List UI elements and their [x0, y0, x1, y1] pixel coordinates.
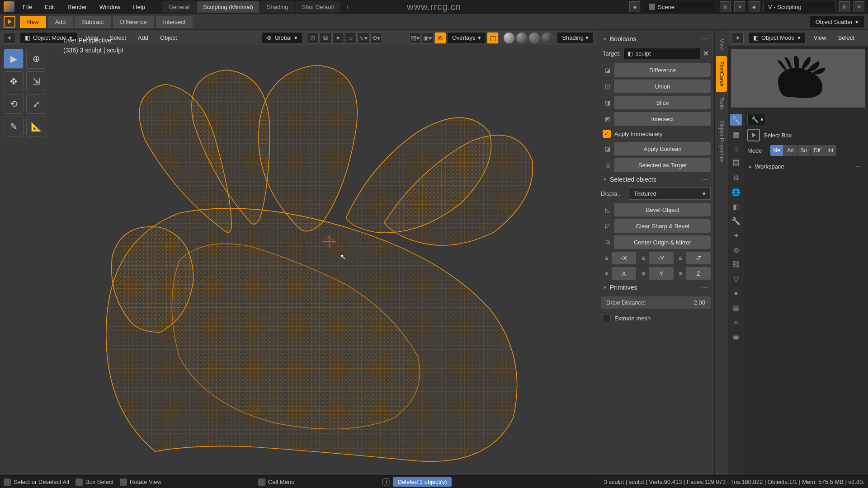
difference-button[interactable]: ◪Difference: [601, 63, 711, 77]
workspace-tab-general[interactable]: General: [162, 1, 196, 13]
center-origin-mirror-button[interactable]: ⧉Center Origin & Mirror: [601, 235, 711, 249]
material-props-icon[interactable]: ●: [730, 287, 742, 299]
selected-as-target-button[interactable]: ◎Selected as Target: [601, 158, 711, 172]
right-menu-view[interactable]: View: [810, 33, 830, 43]
mode-subtract[interactable]: Su: [797, 145, 811, 156]
panel-menu-icon[interactable]: ⋯: [854, 163, 863, 170]
selected-objects-header[interactable]: Selected objects ⋯: [601, 173, 711, 186]
tab-fastcarve[interactable]: FastCarve: [716, 56, 727, 92]
scene-props-icon[interactable]: ⚙: [730, 172, 742, 183]
menu-render[interactable]: Render: [63, 2, 91, 12]
toolbar-intersect-button[interactable]: Intersect: [156, 16, 193, 28]
workspace-add-button[interactable]: +: [341, 1, 354, 13]
world-props-icon[interactable]: 🌐: [730, 186, 742, 198]
properties-editor-dropdown[interactable]: 🔧 ▾: [747, 114, 765, 125]
viewlayer-new-icon[interactable]: ⎘: [839, 1, 850, 12]
physics-props-icon[interactable]: ⊚: [730, 244, 742, 256]
modifier-props-icon[interactable]: 🔧: [730, 215, 742, 227]
object-scatter-dropdown[interactable]: Object Scatter ▾: [810, 16, 864, 28]
preview-viewport[interactable]: [731, 49, 865, 108]
scene-browse-icon[interactable]: ◈: [629, 1, 640, 12]
3d-viewport[interactable]: ✦ ◧ Object Mode ▾ View Select Add Object…: [0, 30, 597, 475]
rotate-tool-icon[interactable]: ⟲: [4, 94, 24, 114]
editor-type-icon[interactable]: ✦: [732, 32, 744, 44]
target-object-field[interactable]: ◧ sculpt: [623, 48, 700, 59]
clear-sharp-bevel-button[interactable]: ◸Clear Sharp & Bevel: [601, 219, 711, 233]
move-tool-icon[interactable]: ✥: [4, 71, 24, 91]
viewlayer-browse-icon[interactable]: ◈: [749, 1, 760, 12]
play-icon-button[interactable]: [4, 16, 15, 28]
viewport-menu-add[interactable]: Add: [134, 33, 152, 43]
texture-props-icon[interactable]: ▦: [730, 302, 742, 314]
toolbar-difference-button[interactable]: Difference: [113, 16, 154, 28]
menu-file[interactable]: File: [18, 2, 37, 12]
mirror-z-button[interactable]: ⊞Z: [675, 267, 711, 280]
workspace-tab-shading[interactable]: Shading: [260, 1, 295, 13]
particle-props-icon[interactable]: ✦: [730, 230, 742, 241]
booleans-panel-header[interactable]: Booleans ⋯: [601, 33, 711, 45]
pivot-icon[interactable]: ⊙: [307, 32, 319, 44]
draw-distance-field[interactable]: Draw Distance: 2.00: [601, 296, 711, 309]
proportional-dropdown-icon[interactable]: ∿▾: [358, 32, 369, 44]
toolbar-subtract-button[interactable]: Subtract: [75, 16, 111, 28]
bevel-object-button[interactable]: ◺Bevel Object: [601, 203, 711, 216]
mesh-props-icon[interactable]: ▽: [730, 273, 742, 285]
viewlayer-props-icon[interactable]: 🖼: [730, 157, 742, 169]
toolbar-add-button[interactable]: Add: [48, 16, 73, 28]
data-props-icon[interactable]: ⟐: [730, 316, 742, 328]
panel-menu-icon[interactable]: ⋯: [700, 284, 709, 291]
mirror-x-button[interactable]: ⊞X: [601, 267, 636, 280]
viewlayer-delete-icon[interactable]: ✕: [854, 1, 864, 12]
intersect-op-button[interactable]: ◩Intersect: [601, 112, 711, 126]
mirror-y-button[interactable]: ⊞Y: [638, 267, 673, 280]
mode-new[interactable]: Ne: [770, 145, 783, 156]
tab-view[interactable]: View: [716, 33, 727, 56]
proportional-icon[interactable]: ○: [345, 32, 357, 44]
snap-dropdown-icon[interactable]: ▾: [332, 32, 344, 44]
mirror-neg-z-button[interactable]: ⊞-Z: [675, 252, 711, 264]
workspace-tab-sculpting[interactable]: Sculpting (Minimal): [197, 1, 259, 13]
mirror-neg-y-button[interactable]: ⊞-Y: [638, 252, 673, 264]
solid-shading-icon[interactable]: [516, 32, 528, 44]
menu-edit[interactable]: Edit: [40, 2, 59, 12]
viewport-menu-object[interactable]: Object: [156, 33, 181, 43]
tool-props-icon[interactable]: 🔧: [730, 114, 742, 126]
menu-window[interactable]: Window: [95, 2, 125, 12]
right-mode-dropdown[interactable]: ◧ Object Mode ▾: [748, 32, 806, 43]
select-box-tool-icon[interactable]: [747, 129, 760, 141]
mode-intersect[interactable]: Int: [824, 145, 836, 156]
menu-help[interactable]: Help: [128, 2, 150, 12]
union-button[interactable]: ◫Union: [601, 80, 711, 93]
select-box-tool-icon[interactable]: ▶: [4, 49, 24, 69]
viewlayer-selector[interactable]: V - Sculpting: [763, 2, 835, 12]
transform-tool-icon[interactable]: ⇲: [26, 71, 46, 91]
apply-immediately-checkbox[interactable]: ✓ Apply Immediately: [601, 127, 711, 141]
workspace-tab-shot-default[interactable]: Shot Default: [296, 1, 341, 13]
render-props-icon[interactable]: ▦: [730, 128, 742, 140]
annotate-tool-icon[interactable]: ✎: [4, 117, 24, 136]
clear-target-icon[interactable]: ✕: [703, 49, 709, 58]
wireframe-shading-icon[interactable]: [503, 32, 515, 44]
scene-selector[interactable]: Scene: [644, 2, 716, 12]
workspace-panel-header[interactable]: Workspace ⋯: [747, 160, 864, 174]
viewport-canvas[interactable]: [0, 46, 597, 475]
apply-boolean-button[interactable]: ◪Apply Boolean: [601, 142, 711, 155]
gizmo-icon[interactable]: ⟲▾: [370, 32, 382, 44]
overlays-dropdown[interactable]: Overlays ▾: [447, 32, 486, 44]
measure-tool-icon[interactable]: 📐: [26, 117, 46, 136]
overlays-toggle-icon[interactable]: ⊚: [434, 32, 446, 44]
slice-button[interactable]: ◨Slice: [601, 96, 711, 109]
transform-orientation-dropdown[interactable]: ⊕ Global ▾: [262, 32, 302, 43]
tab-tools[interactable]: Tools: [716, 92, 727, 115]
extrude-mesh-checkbox[interactable]: ✓ Extrude mesh: [601, 311, 711, 325]
mirror-neg-x-button[interactable]: ⊞-X: [601, 252, 636, 264]
snap-icon[interactable]: ⧉: [320, 32, 331, 44]
display-type-dropdown[interactable]: Textured ▾: [629, 188, 711, 200]
shading-dropdown[interactable]: Shading ▾: [557, 33, 593, 43]
lookdev-shading-icon[interactable]: [528, 32, 540, 44]
tab-object-properties[interactable]: Object Properties: [716, 115, 727, 168]
app-logo-icon[interactable]: [4, 1, 14, 12]
mode-difference[interactable]: Dif: [811, 145, 824, 156]
toolbar-new-button[interactable]: New: [20, 16, 46, 28]
scale-tool-icon[interactable]: ⤢: [26, 94, 46, 114]
